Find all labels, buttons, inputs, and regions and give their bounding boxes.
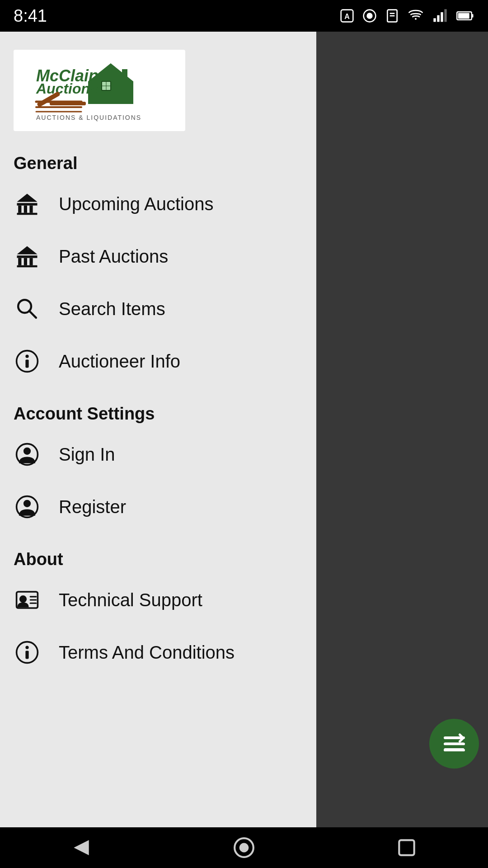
- svg-point-46: [23, 448, 31, 455]
- svg-rect-34: [17, 255, 38, 258]
- text-a-icon: A: [340, 9, 354, 23]
- svg-text:Auctions: Auctions: [36, 80, 98, 97]
- svg-rect-38: [17, 265, 38, 268]
- svg-line-41: [29, 311, 36, 318]
- fab-menu-button[interactable]: [429, 719, 479, 769]
- menu-item-upcoming-auctions[interactable]: Upcoming Auctions: [0, 178, 316, 230]
- past-auctions-label: Past Auctions: [59, 246, 168, 267]
- search-icon: [14, 295, 41, 322]
- svg-point-48: [23, 500, 31, 507]
- svg-rect-44: [25, 359, 28, 368]
- info-circle-icon-about: [14, 639, 41, 666]
- terms-conditions-label: Terms And Conditions: [59, 642, 235, 663]
- status-icons: A: [340, 9, 474, 23]
- info-circle-icon-general: [14, 348, 41, 375]
- general-heading: General: [0, 145, 316, 178]
- svg-rect-19: [122, 69, 127, 78]
- svg-rect-66: [399, 840, 414, 855]
- divider-account: [0, 391, 316, 392]
- drawer-overlay-right[interactable]: [316, 32, 488, 827]
- bank-icon-upcoming: [14, 190, 41, 217]
- person-icon-register: [14, 493, 41, 520]
- signal-icon: [432, 9, 448, 23]
- svg-marker-33: [17, 194, 38, 202]
- back-button[interactable]: [54, 832, 108, 863]
- recents-button[interactable]: [380, 832, 434, 863]
- app-logo: McClain Auctions AUCTIONS & LIQUIDATIONS: [23, 57, 176, 124]
- menu-item-sign-in[interactable]: Sign In: [0, 428, 316, 481]
- svg-rect-35: [18, 258, 21, 265]
- svg-point-55: [25, 646, 28, 649]
- svg-rect-10: [441, 12, 443, 22]
- svg-point-43: [25, 355, 28, 358]
- menu-item-search-items[interactable]: Search Items: [0, 283, 316, 335]
- menu-item-past-auctions[interactable]: Past Auctions: [0, 230, 316, 283]
- menu-item-technical-support[interactable]: Technical Support: [0, 574, 316, 626]
- menu-item-register[interactable]: Register: [0, 481, 316, 533]
- technical-support-label: Technical Support: [59, 590, 202, 610]
- contact-icon: [14, 586, 41, 613]
- circle-brand-icon: [362, 9, 377, 23]
- main-content: McClain Auctions AUCTIONS & LIQUIDATIONS…: [0, 32, 488, 827]
- svg-rect-8: [433, 18, 436, 22]
- sort-icon: [441, 730, 468, 757]
- svg-rect-56: [25, 651, 28, 659]
- svg-rect-32: [17, 213, 38, 215]
- menu-item-auctioneer-info[interactable]: Auctioneer Info: [0, 335, 316, 387]
- svg-rect-28: [17, 203, 38, 205]
- svg-text:A: A: [344, 13, 350, 20]
- svg-text:AUCTIONS & LIQUIDATIONS: AUCTIONS & LIQUIDATIONS: [36, 114, 141, 121]
- svg-rect-11: [444, 9, 446, 22]
- svg-rect-36: [24, 258, 27, 265]
- navigation-drawer: McClain Auctions AUCTIONS & LIQUIDATIONS…: [0, 32, 316, 827]
- home-button[interactable]: [217, 832, 271, 863]
- register-label: Register: [59, 497, 126, 517]
- menu-item-terms-conditions[interactable]: Terms And Conditions: [0, 626, 316, 679]
- svg-rect-29: [18, 206, 21, 213]
- battery-icon: [456, 9, 474, 23]
- search-items-label: Search Items: [59, 299, 165, 319]
- upcoming-auctions-label: Upcoming Auctions: [59, 194, 213, 214]
- svg-marker-39: [17, 246, 38, 255]
- bottom-nav-bar: [0, 827, 488, 868]
- svg-rect-13: [458, 13, 469, 19]
- svg-rect-14: [472, 14, 474, 18]
- svg-point-7: [415, 18, 417, 20]
- person-icon-signin: [14, 441, 41, 468]
- status-time: 8:41: [14, 6, 47, 26]
- auctioneer-info-label: Auctioneer Info: [59, 351, 180, 372]
- svg-rect-31: [29, 206, 33, 213]
- about-heading: About: [0, 541, 316, 574]
- bookmark-icon: [385, 9, 399, 23]
- svg-point-65: [239, 843, 249, 853]
- svg-rect-30: [24, 206, 27, 213]
- logo-container: McClain Auctions AUCTIONS & LIQUIDATIONS: [14, 50, 185, 131]
- svg-marker-63: [74, 840, 89, 855]
- sign-in-label: Sign In: [59, 444, 115, 465]
- svg-rect-9: [437, 15, 439, 22]
- status-bar: 8:41 A: [0, 0, 488, 32]
- bank-icon-past: [14, 243, 41, 270]
- svg-rect-37: [29, 258, 33, 265]
- divider-about: [0, 537, 316, 537]
- svg-point-50: [19, 595, 27, 603]
- account-settings-heading: Account Settings: [0, 395, 316, 428]
- svg-point-3: [366, 13, 372, 19]
- wifi-icon: [408, 9, 424, 23]
